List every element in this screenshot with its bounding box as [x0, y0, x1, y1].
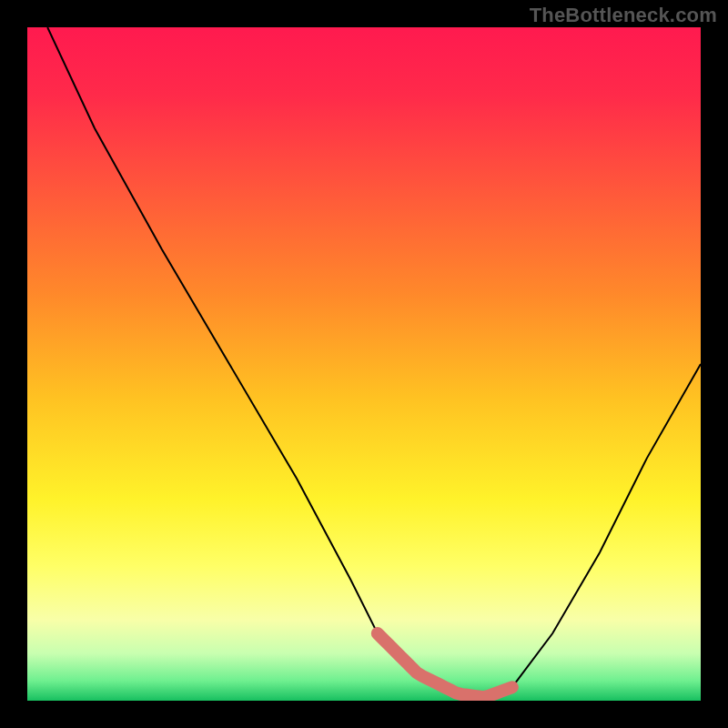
plot-area: [27, 27, 701, 701]
bottleneck-chart: [27, 27, 701, 701]
gradient-background: [27, 27, 701, 701]
chart-frame: TheBottleneck.com: [0, 0, 728, 728]
attribution-label: TheBottleneck.com: [530, 4, 717, 27]
